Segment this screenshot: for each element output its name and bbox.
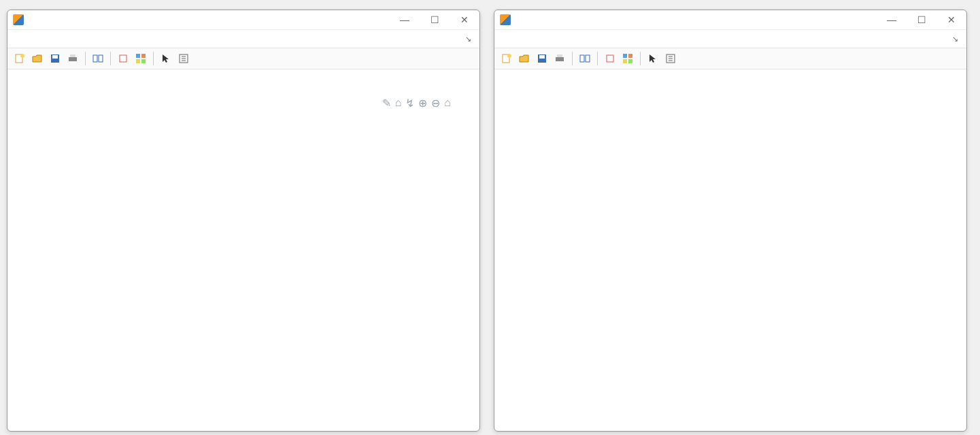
menu-overflow-icon[interactable]: ↘ xyxy=(460,35,475,44)
titlebar[interactable]: — ☐ ✕ xyxy=(494,10,966,30)
datacursor-icon[interactable] xyxy=(620,50,636,67)
svg-rect-10 xyxy=(141,54,146,58)
home-icon[interactable]: ⌂ xyxy=(444,97,451,110)
svg-rect-12 xyxy=(141,59,146,63)
open-icon[interactable] xyxy=(516,50,533,67)
figure-window-2: — ☐ ✕ ↘ xyxy=(494,10,967,432)
svg-point-18 xyxy=(507,54,511,58)
link-icon[interactable] xyxy=(577,50,593,67)
svg-rect-28 xyxy=(623,59,627,63)
close-button[interactable]: ✕ xyxy=(942,14,961,25)
insert-icon[interactable] xyxy=(662,50,679,67)
link-icon[interactable] xyxy=(90,50,106,67)
menubar: ↘ xyxy=(7,30,479,48)
print-icon[interactable] xyxy=(552,50,568,67)
pointer-icon[interactable] xyxy=(645,50,661,67)
svg-rect-29 xyxy=(628,59,632,63)
print-icon[interactable] xyxy=(65,50,81,67)
close-button[interactable]: ✕ xyxy=(455,14,474,25)
maximize-button[interactable]: ☐ xyxy=(912,14,931,25)
svg-rect-6 xyxy=(93,55,97,62)
zoom-out-icon[interactable]: ⊖ xyxy=(431,97,440,110)
svg-rect-9 xyxy=(136,54,140,58)
save-icon[interactable] xyxy=(534,50,550,67)
datacursor-icon[interactable] xyxy=(133,50,149,67)
svg-rect-21 xyxy=(556,57,564,61)
open-icon[interactable] xyxy=(29,50,46,67)
chart-convergence xyxy=(494,69,966,432)
figure-window-1: — ☐ ✕ ↘ ✎ ⌂ ↯ ⊕ xyxy=(7,10,480,432)
svg-rect-26 xyxy=(623,54,627,58)
svg-rect-5 xyxy=(70,54,75,57)
pointer-icon[interactable] xyxy=(158,50,174,67)
pan-icon[interactable]: ↯ xyxy=(405,97,414,110)
svg-rect-24 xyxy=(586,55,590,62)
svg-rect-23 xyxy=(580,55,584,62)
minimize-button[interactable]: — xyxy=(882,14,901,25)
svg-rect-20 xyxy=(539,55,545,59)
save-plot-icon[interactable]: ⌂ xyxy=(395,97,402,110)
zoom-in-icon[interactable]: ⊕ xyxy=(418,97,427,110)
plot-area xyxy=(494,69,966,432)
matlab-icon xyxy=(500,14,511,25)
menu-overflow-icon[interactable]: ↘ xyxy=(947,35,962,44)
svg-rect-3 xyxy=(52,55,58,59)
maximize-button[interactable]: ☐ xyxy=(425,14,444,25)
plot-area: ✎ ⌂ ↯ ⊕ ⊖ ⌂ xyxy=(7,69,479,432)
svg-rect-25 xyxy=(607,55,613,62)
toolbar xyxy=(7,48,479,69)
new-icon[interactable] xyxy=(12,50,28,67)
svg-rect-4 xyxy=(69,57,77,61)
rotate-icon[interactable] xyxy=(602,50,618,67)
new-icon[interactable] xyxy=(499,50,515,67)
toolbar xyxy=(494,48,966,69)
svg-point-1 xyxy=(20,54,24,58)
svg-rect-8 xyxy=(120,55,126,62)
brush-icon[interactable]: ✎ xyxy=(382,97,391,110)
insert-icon[interactable] xyxy=(175,50,192,67)
save-icon[interactable] xyxy=(47,50,63,67)
menubar: ↘ xyxy=(494,30,966,48)
svg-rect-27 xyxy=(628,54,632,58)
svg-rect-22 xyxy=(557,54,562,57)
titlebar[interactable]: — ☐ ✕ xyxy=(7,10,479,30)
chart-classification xyxy=(7,69,479,432)
rotate-icon[interactable] xyxy=(115,50,131,67)
svg-rect-7 xyxy=(99,55,103,62)
matlab-icon xyxy=(13,14,24,25)
svg-rect-11 xyxy=(136,59,140,63)
minimize-button[interactable]: — xyxy=(395,14,414,25)
